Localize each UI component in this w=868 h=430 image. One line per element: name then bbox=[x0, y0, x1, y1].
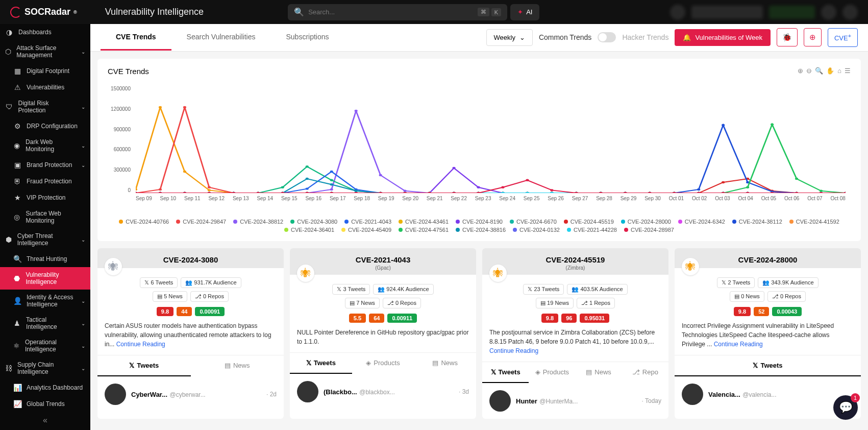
add-button[interactable]: ⊕ bbox=[804, 28, 822, 46]
sidebar-collapse-button[interactable]: « bbox=[0, 411, 90, 430]
stat-repos[interactable]: ⎇ 0 Repos bbox=[190, 291, 229, 302]
legend-item[interactable]: CVE-2024-6342 bbox=[678, 219, 725, 225]
chat-fab[interactable]: 💬1 bbox=[833, 395, 858, 420]
cve-id[interactable]: CVE-2021-4043 bbox=[295, 255, 471, 264]
cve-id[interactable]: CVE-2024-45519 bbox=[487, 255, 663, 264]
sidebar-item-cyber-threat-intelligence[interactable]: ⬢Cyber Threat Intelligence⌄ bbox=[0, 228, 90, 251]
card-tab-tweets[interactable]: 𝕏Tweets bbox=[97, 355, 191, 376]
sidebar-item-drp-configuration[interactable]: ⚙DRP Configuration bbox=[0, 118, 90, 134]
sidebar-item-digital-footprint[interactable]: ▦Digital Footprint bbox=[0, 63, 90, 79]
stat-tweets[interactable]: 𝕏 2 Tweets bbox=[717, 277, 755, 288]
menu-icon[interactable]: ☰ bbox=[845, 67, 851, 75]
legend-item[interactable]: CVE-2024-28000 bbox=[621, 219, 671, 225]
sidebar-item-brand-protection[interactable]: ▣Brand Protection⌄ bbox=[0, 157, 90, 173]
legend-item[interactable]: CVE-2024-38816 bbox=[456, 227, 506, 233]
zoom-out-icon[interactable]: ⊖ bbox=[806, 67, 812, 75]
tab-cve-trends[interactable]: CVE Trends bbox=[101, 25, 171, 51]
stat-news[interactable]: ▤ 7 News bbox=[345, 298, 380, 308]
sidebar-item-dark-web-monitoring[interactable]: ◉Dark Web Monitoring⌄ bbox=[0, 134, 90, 157]
sidebar-item-attack-surface-management[interactable]: ⬡Attack Surface Management⌄ bbox=[0, 40, 90, 63]
sidebar-item-fraud-protection[interactable]: ⛨Fraud Protection bbox=[0, 173, 90, 189]
legend-item[interactable]: CVE-2024-38812 bbox=[233, 219, 283, 225]
sidebar-item-vulnerability-intelligence[interactable]: ⬣Vulnerability Intelligence bbox=[0, 267, 90, 290]
stat-news[interactable]: ▤ 19 News bbox=[536, 298, 574, 308]
stat-tweets[interactable]: 𝕏 3 Tweets bbox=[332, 284, 370, 295]
legend-item[interactable]: CVE-2024-29847 bbox=[176, 219, 226, 225]
tweet-row[interactable]: Hunter @HunterMa... · Today bbox=[482, 383, 668, 419]
cve-id[interactable]: CVE-2024-3080 bbox=[103, 255, 279, 264]
ai-button[interactable]: ✦ AI bbox=[510, 4, 539, 20]
legend-item[interactable]: CVE-2024-38112 bbox=[732, 219, 782, 225]
continue-reading-link[interactable]: Continue Reading bbox=[489, 347, 538, 354]
vulnerabilities-of-week-button[interactable]: 🔔 Vulnerabilities of Week bbox=[675, 29, 771, 46]
card-tab-repo[interactable]: ⎇Repo bbox=[622, 362, 668, 383]
stat-audience[interactable]: 👥 924.4K Audience bbox=[373, 284, 433, 295]
nav-label: Threat Hunting bbox=[27, 255, 67, 262]
stat-repos[interactable]: ⎇ 0 Repos bbox=[767, 291, 806, 302]
continue-reading-link[interactable]: Continue Reading bbox=[714, 341, 763, 348]
home-icon[interactable]: ⌂ bbox=[837, 67, 841, 75]
legend-item[interactable]: CVE-2024-3080 bbox=[290, 219, 337, 225]
svg-point-353 bbox=[697, 188, 700, 190]
stat-audience[interactable]: 👥 343.9K Audience bbox=[758, 277, 818, 288]
zoom-icon[interactable]: 🔍 bbox=[815, 67, 823, 75]
sidebar-item-identity-access-intelligence[interactable]: 👤Identity & Access Intelligence⌄ bbox=[0, 290, 90, 312]
legend-item[interactable]: CVE-2024-41592 bbox=[789, 219, 839, 225]
continue-reading-link[interactable]: Continue Reading bbox=[116, 341, 165, 348]
tab-search-vulns[interactable]: Search Vulnerabilities bbox=[171, 25, 271, 51]
cve-id[interactable]: CVE-2024-28000 bbox=[680, 255, 856, 264]
zoom-in-icon[interactable]: ⊕ bbox=[798, 67, 803, 75]
bug-icon-button[interactable]: 🐞 bbox=[777, 28, 798, 46]
period-select[interactable]: Weekly ⌄ bbox=[486, 29, 533, 46]
sidebar-item-surface-web-monitoring[interactable]: ◎Surface Web Monitoring bbox=[0, 206, 90, 228]
card-tab-products[interactable]: ◈Products bbox=[529, 362, 575, 383]
legend-item[interactable]: CVE-2024-45409 bbox=[341, 227, 391, 233]
chart-area[interactable]: 150000012000009000006000003000000 Sep 09… bbox=[108, 86, 851, 213]
stat-news[interactable]: ▤ 5 News bbox=[153, 291, 187, 302]
legend-item[interactable]: CVE-2024-36401 bbox=[284, 227, 334, 233]
sidebar-item-threat-hunting[interactable]: 🔍Threat Hunting bbox=[0, 251, 90, 267]
legend-item[interactable]: CVE-2024-28987 bbox=[624, 227, 674, 233]
sidebar-item-vip-protection[interactable]: ★VIP Protection bbox=[0, 189, 90, 206]
legend-item[interactable]: CVE-2024-45519 bbox=[564, 219, 614, 225]
card-tab-tweets[interactable]: 𝕏Tweets bbox=[482, 362, 529, 383]
stat-audience[interactable]: 👥 403.5K Audience bbox=[567, 284, 627, 295]
legend-item[interactable]: CVE-2021-4043 bbox=[344, 219, 391, 225]
sidebar-item-operational-intelligence[interactable]: ⚛Operational Intelligence⌄ bbox=[0, 335, 90, 357]
legend-item[interactable]: CVE-2024-8190 bbox=[456, 219, 503, 225]
stat-repos[interactable]: ⎇ 0 Repos bbox=[383, 298, 421, 308]
sidebar-item-vulnerabilities[interactable]: ⚠Vulnerabilities bbox=[0, 79, 90, 95]
stat-audience[interactable]: 👥 931.7K Audience bbox=[181, 277, 241, 288]
tab-subscriptions[interactable]: Subscriptions bbox=[270, 25, 344, 51]
sidebar-item-digital-risk-protection[interactable]: 🛡Digital Risk Protection⌄ bbox=[0, 95, 90, 118]
stat-tweets[interactable]: 𝕏 6 Tweets bbox=[140, 277, 178, 288]
sidebar-item-dashboards[interactable]: ◑Dashboards bbox=[0, 24, 90, 40]
legend-item[interactable]: CVE-2024-47561 bbox=[399, 227, 449, 233]
trends-toggle[interactable] bbox=[598, 32, 616, 42]
tweet-row[interactable]: (Blackbo... @blackbox... · 3d bbox=[290, 374, 476, 410]
stat-news[interactable]: ▤ 0 News bbox=[730, 291, 764, 302]
sidebar-item-analytics-dashboard[interactable]: 📊Analytics Dashboard bbox=[0, 379, 90, 396]
card-tab-products[interactable]: ◈Products bbox=[352, 353, 414, 374]
search-input[interactable] bbox=[308, 8, 476, 16]
cve-plus-button[interactable]: CVE+ bbox=[828, 28, 858, 46]
legend-item[interactable]: CVE-2024-0132 bbox=[513, 227, 560, 233]
card-tab-news[interactable]: ▤News bbox=[576, 362, 622, 383]
legend-item[interactable]: CVE-2021-44228 bbox=[567, 227, 617, 233]
legend-item[interactable]: CVE-2024-6670 bbox=[510, 219, 557, 225]
tweet-row[interactable]: CyberWar... @cyberwar... · 2d bbox=[97, 376, 284, 412]
sidebar-item-global-trends[interactable]: 📈Global Trends bbox=[0, 396, 90, 412]
card-tab-tweets[interactable]: 𝕏Tweets bbox=[290, 353, 352, 374]
pan-icon[interactable]: ✋ bbox=[826, 67, 834, 75]
card-tab-news[interactable]: ▤News bbox=[414, 353, 476, 374]
sidebar-item-tactical-intelligence[interactable]: ♟Tactical Intelligence⌄ bbox=[0, 312, 90, 335]
stat-tweets[interactable]: 𝕏 23 Tweets bbox=[523, 284, 564, 295]
card-tab-news[interactable]: ▤News bbox=[191, 355, 284, 376]
legend-item[interactable]: CVE-2024-43461 bbox=[399, 219, 449, 225]
stat-repos[interactable]: ⎇ 1 Repos bbox=[577, 298, 615, 308]
card-tab-tweets[interactable]: 𝕏Tweets bbox=[675, 355, 861, 376]
sidebar-item-supply-chain-intelligence[interactable]: ⛓Supply Chain Intelligence⌄ bbox=[0, 357, 90, 379]
brand-logo[interactable]: SOCRadar® bbox=[10, 7, 77, 18]
search-box[interactable]: 🔍 ⌘ K bbox=[288, 4, 507, 20]
legend-item[interactable]: CVE-2024-40766 bbox=[119, 219, 169, 225]
